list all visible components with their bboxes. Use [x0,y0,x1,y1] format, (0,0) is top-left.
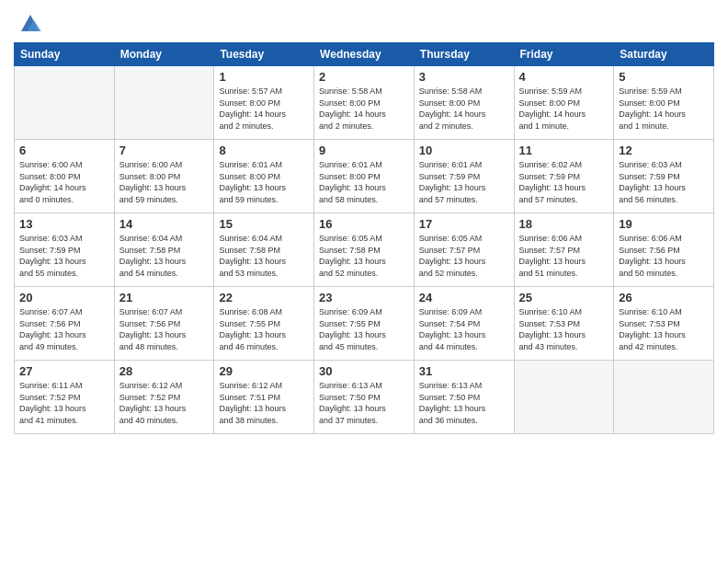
calendar-cell: 7Sunrise: 6:00 AM Sunset: 8:00 PM Daylig… [114,140,214,213]
day-info: Sunrise: 6:12 AM Sunset: 7:51 PM Dayligh… [219,380,309,426]
calendar-cell: 27Sunrise: 6:11 AM Sunset: 7:52 PM Dayli… [15,361,115,434]
calendar-cell [114,66,214,140]
day-number: 8 [219,144,309,157]
day-number: 4 [519,70,609,84]
calendar-cell: 16Sunrise: 6:05 AM Sunset: 7:58 PM Dayli… [314,213,415,287]
logo-icon [17,9,43,35]
day-info: Sunrise: 6:07 AM Sunset: 7:56 PM Dayligh… [19,306,109,352]
header [14,9,714,35]
calendar-cell: 12Sunrise: 6:03 AM Sunset: 7:59 PM Dayli… [614,140,714,213]
day-number: 19 [619,217,709,231]
day-number: 17 [419,217,509,231]
day-info: Sunrise: 6:05 AM Sunset: 7:58 PM Dayligh… [319,233,409,279]
day-info: Sunrise: 6:06 AM Sunset: 7:57 PM Dayligh… [519,233,609,279]
weekday-header-sunday: Sunday [15,43,115,66]
day-info: Sunrise: 6:04 AM Sunset: 7:58 PM Dayligh… [119,233,210,279]
day-number: 31 [419,364,509,378]
day-number: 5 [619,70,709,84]
calendar-cell [15,66,115,140]
day-info: Sunrise: 6:10 AM Sunset: 7:53 PM Dayligh… [619,306,709,352]
day-info: Sunrise: 6:03 AM Sunset: 7:59 PM Dayligh… [19,233,109,279]
day-info: Sunrise: 6:11 AM Sunset: 7:52 PM Dayligh… [19,380,109,426]
day-number: 25 [519,291,609,304]
day-number: 16 [319,217,409,231]
day-info: Sunrise: 6:12 AM Sunset: 7:52 PM Dayligh… [119,380,210,426]
day-number: 29 [219,364,309,378]
day-info: Sunrise: 6:03 AM Sunset: 7:59 PM Dayligh… [619,159,709,205]
day-number: 26 [619,291,709,304]
day-info: Sunrise: 6:00 AM Sunset: 8:00 PM Dayligh… [19,159,109,205]
logo [14,9,43,35]
day-info: Sunrise: 5:58 AM Sunset: 8:00 PM Dayligh… [319,86,409,132]
calendar-cell: 31Sunrise: 6:13 AM Sunset: 7:50 PM Dayli… [414,361,514,434]
calendar-cell: 29Sunrise: 6:12 AM Sunset: 7:51 PM Dayli… [214,361,314,434]
day-number: 9 [319,144,409,157]
calendar-cell: 22Sunrise: 6:08 AM Sunset: 7:55 PM Dayli… [214,287,314,361]
day-number: 15 [219,217,309,231]
day-number: 7 [119,144,210,157]
weekday-header-saturday: Saturday [614,43,714,66]
day-number: 18 [519,217,609,231]
calendar-cell: 26Sunrise: 6:10 AM Sunset: 7:53 PM Dayli… [614,287,714,361]
calendar-cell: 17Sunrise: 6:05 AM Sunset: 7:57 PM Dayli… [414,213,514,287]
day-number: 12 [619,144,709,157]
day-number: 14 [119,217,210,231]
page: SundayMondayTuesdayWednesdayThursdayFrid… [0,0,728,563]
calendar-table: SundayMondayTuesdayWednesdayThursdayFrid… [14,42,714,434]
calendar-cell: 19Sunrise: 6:06 AM Sunset: 7:56 PM Dayli… [614,213,714,287]
day-number: 30 [319,364,409,378]
calendar-cell: 20Sunrise: 6:07 AM Sunset: 7:56 PM Dayli… [15,287,115,361]
day-info: Sunrise: 6:13 AM Sunset: 7:50 PM Dayligh… [319,380,409,426]
calendar-cell: 24Sunrise: 6:09 AM Sunset: 7:54 PM Dayli… [414,287,514,361]
weekday-header-thursday: Thursday [414,43,514,66]
calendar-cell: 30Sunrise: 6:13 AM Sunset: 7:50 PM Dayli… [314,361,415,434]
calendar-cell: 1Sunrise: 5:57 AM Sunset: 8:00 PM Daylig… [214,66,314,140]
calendar-cell: 15Sunrise: 6:04 AM Sunset: 7:58 PM Dayli… [214,213,314,287]
day-info: Sunrise: 6:04 AM Sunset: 7:58 PM Dayligh… [219,233,309,279]
weekday-header-wednesday: Wednesday [314,43,415,66]
day-info: Sunrise: 6:01 AM Sunset: 8:00 PM Dayligh… [319,159,409,205]
day-info: Sunrise: 6:13 AM Sunset: 7:50 PM Dayligh… [419,380,509,426]
week-row-2: 6Sunrise: 6:00 AM Sunset: 8:00 PM Daylig… [15,140,714,213]
calendar-cell: 2Sunrise: 5:58 AM Sunset: 8:00 PM Daylig… [314,66,415,140]
calendar-cell: 25Sunrise: 6:10 AM Sunset: 7:53 PM Dayli… [514,287,614,361]
day-number: 27 [19,364,109,378]
day-number: 6 [19,144,109,157]
day-number: 11 [519,144,609,157]
calendar-cell [514,361,614,434]
day-info: Sunrise: 5:57 AM Sunset: 8:00 PM Dayligh… [219,86,309,132]
calendar-cell: 28Sunrise: 6:12 AM Sunset: 7:52 PM Dayli… [114,361,214,434]
week-row-3: 13Sunrise: 6:03 AM Sunset: 7:59 PM Dayli… [15,213,714,287]
day-info: Sunrise: 5:59 AM Sunset: 8:00 PM Dayligh… [519,86,609,132]
week-row-5: 27Sunrise: 6:11 AM Sunset: 7:52 PM Dayli… [15,361,714,434]
day-number: 2 [319,70,409,84]
calendar-cell: 8Sunrise: 6:01 AM Sunset: 8:00 PM Daylig… [214,140,314,213]
day-info: Sunrise: 6:05 AM Sunset: 7:57 PM Dayligh… [419,233,509,279]
calendar-cell: 14Sunrise: 6:04 AM Sunset: 7:58 PM Dayli… [114,213,214,287]
weekday-header-tuesday: Tuesday [214,43,314,66]
day-info: Sunrise: 6:09 AM Sunset: 7:55 PM Dayligh… [319,306,409,352]
weekday-header-row: SundayMondayTuesdayWednesdayThursdayFrid… [15,43,714,66]
day-number: 23 [319,291,409,304]
day-info: Sunrise: 6:09 AM Sunset: 7:54 PM Dayligh… [419,306,509,352]
calendar-cell: 6Sunrise: 6:00 AM Sunset: 8:00 PM Daylig… [15,140,115,213]
day-number: 28 [119,364,210,378]
calendar-cell: 13Sunrise: 6:03 AM Sunset: 7:59 PM Dayli… [15,213,115,287]
day-number: 13 [19,217,109,231]
day-number: 21 [119,291,210,304]
day-info: Sunrise: 6:00 AM Sunset: 8:00 PM Dayligh… [119,159,210,205]
day-info: Sunrise: 6:02 AM Sunset: 7:59 PM Dayligh… [519,159,609,205]
calendar-cell [614,361,714,434]
calendar-cell: 10Sunrise: 6:01 AM Sunset: 7:59 PM Dayli… [414,140,514,213]
day-number: 3 [419,70,509,84]
day-info: Sunrise: 6:01 AM Sunset: 7:59 PM Dayligh… [419,159,509,205]
day-info: Sunrise: 6:08 AM Sunset: 7:55 PM Dayligh… [219,306,309,352]
day-number: 1 [219,70,309,84]
day-info: Sunrise: 5:58 AM Sunset: 8:00 PM Dayligh… [419,86,509,132]
day-number: 10 [419,144,509,157]
weekday-header-friday: Friday [514,43,614,66]
calendar-cell: 18Sunrise: 6:06 AM Sunset: 7:57 PM Dayli… [514,213,614,287]
day-info: Sunrise: 6:07 AM Sunset: 7:56 PM Dayligh… [119,306,210,352]
day-number: 20 [19,291,109,304]
calendar-cell: 23Sunrise: 6:09 AM Sunset: 7:55 PM Dayli… [314,287,415,361]
